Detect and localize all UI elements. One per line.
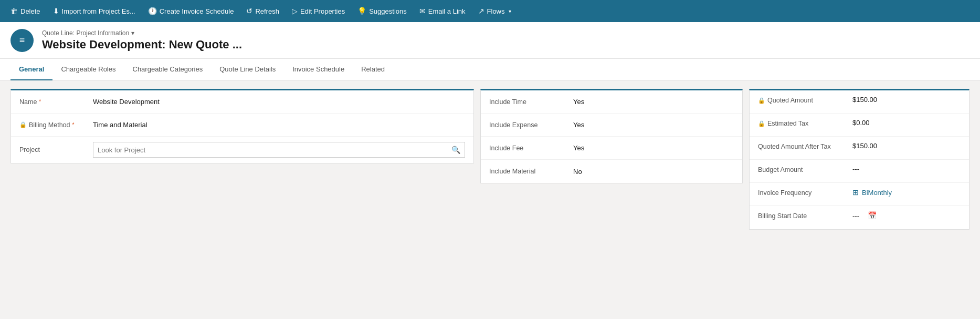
project-label: Project <box>19 146 93 153</box>
include-material-value: No <box>573 168 734 176</box>
tab-chargeable-roles[interactable]: Chargeable Roles <box>52 59 124 80</box>
budget-amount-value: --- <box>852 165 961 173</box>
quoted-amount-label: 🔒 Quoted Amount <box>758 96 852 104</box>
flows-button[interactable]: ↗ Flows ▾ <box>472 0 518 22</box>
include-fee-field: Include Fee Yes <box>481 137 742 160</box>
quoted-amount-after-tax-value: $150.00 <box>852 142 961 150</box>
invoice-frequency-value: ⊞ BiMonthly <box>852 188 961 197</box>
name-label: Name * <box>19 98 93 106</box>
budget-amount-label: Budget Amount <box>758 165 852 173</box>
suggestions-button[interactable]: 💡 Suggestions <box>351 0 413 22</box>
project-search-button[interactable]: 🔍 <box>447 142 465 157</box>
billing-start-date-label: Billing Start Date <box>758 211 852 220</box>
invoice-frequency-link[interactable]: BiMonthly <box>862 189 892 197</box>
chevron-down-icon: ▾ <box>509 8 511 14</box>
invoice-frequency-field: Invoice Frequency ⊞ BiMonthly <box>750 183 969 206</box>
include-time-label: Include Time <box>489 98 573 106</box>
quoted-amount-value: $150.00 <box>852 96 961 104</box>
header-text: Quote Line: Project Information ▾ Websit… <box>42 29 242 52</box>
include-expense-value: Yes <box>573 121 734 129</box>
tab-related[interactable]: Related <box>353 59 393 80</box>
panels-row: Name * Website Development 🔒 Billing Met… <box>10 89 970 230</box>
include-fee-value: Yes <box>573 144 734 152</box>
right-panel: 🔒 Quoted Amount $150.00 🔒 Estimated Tax … <box>749 89 970 230</box>
tab-chargeable-categories[interactable]: Chargeable Categories <box>124 59 212 80</box>
edit-properties-button[interactable]: ▷ Edit Properties <box>286 0 351 22</box>
include-time-field: Include Time Yes <box>481 90 742 114</box>
delete-button[interactable]: 🗑 Delete <box>4 0 47 22</box>
left-panel: Name * Website Development 🔒 Billing Met… <box>10 89 474 163</box>
calendar-icon[interactable]: 📅 <box>868 211 877 220</box>
estimated-tax-value: $0.00 <box>852 119 961 127</box>
estimated-tax-lock-icon: 🔒 <box>758 120 765 127</box>
flows-icon: ↗ <box>478 7 484 15</box>
billing-required-star: * <box>72 122 75 128</box>
name-field: Name * Website Development <box>11 90 473 114</box>
tab-invoice-schedule[interactable]: Invoice Schedule <box>284 59 353 80</box>
main-content: Name * Website Development 🔒 Billing Met… <box>0 80 980 319</box>
quoted-amount-after-tax-label: Quoted Amount After Tax <box>758 142 852 150</box>
quoted-amount-lock-icon: 🔒 <box>758 97 765 104</box>
include-expense-label: Include Expense <box>489 121 573 129</box>
invoice-frequency-label: Invoice Frequency <box>758 188 852 197</box>
project-field: Project 🔍 <box>11 137 473 163</box>
edit-icon: ▷ <box>292 7 298 15</box>
refresh-icon: ↺ <box>246 7 252 15</box>
billing-start-date-field: Billing Start Date --- 📅 <box>750 206 969 229</box>
project-search-input[interactable] <box>93 143 447 157</box>
include-material-field: Include Material No <box>481 160 742 183</box>
mid-panel: Include Time Yes Include Expense Yes Inc… <box>480 89 743 183</box>
billing-lock-icon: 🔒 <box>19 121 27 128</box>
include-time-value: Yes <box>573 98 734 106</box>
estimated-tax-field: 🔒 Estimated Tax $0.00 <box>750 114 969 137</box>
delete-icon: 🗑 <box>10 7 18 15</box>
email-icon: ✉ <box>419 7 426 15</box>
refresh-button[interactable]: ↺ Refresh <box>240 0 286 22</box>
search-icon: 🔍 <box>451 146 460 154</box>
estimated-tax-label: 🔒 Estimated Tax <box>758 119 852 127</box>
avatar: ≡ <box>10 29 34 52</box>
email-link-button[interactable]: ✉ Email a Link <box>413 0 472 22</box>
page-title: Website Development: New Quote ... <box>42 38 242 52</box>
breadcrumb-chevron-icon: ▾ <box>131 29 134 37</box>
project-search-container: 🔍 <box>93 142 465 158</box>
billing-start-date-value: --- 📅 <box>852 211 961 220</box>
budget-amount-field: Budget Amount --- <box>750 160 969 183</box>
include-expense-field: Include Expense Yes <box>481 114 742 137</box>
include-fee-label: Include Fee <box>489 145 573 152</box>
import-icon: ⬇ <box>53 7 59 15</box>
include-material-label: Include Material <box>489 168 573 175</box>
billing-method-field: 🔒 Billing Method * Time and Material <box>11 114 473 137</box>
quoted-amount-after-tax-field: Quoted Amount After Tax $150.00 <box>750 137 969 160</box>
quoted-amount-field: 🔒 Quoted Amount $150.00 <box>750 90 969 114</box>
toolbar: 🗑 Delete ⬇ Import from Project Es... 🕐 C… <box>0 0 980 22</box>
tab-general[interactable]: General <box>10 59 52 80</box>
import-button[interactable]: ⬇ Import from Project Es... <box>47 0 142 22</box>
clock-icon: 🕐 <box>148 7 157 15</box>
name-value: Website Development <box>93 98 465 106</box>
invoice-frequency-grid-icon: ⊞ <box>852 188 859 197</box>
billing-start-date-text: --- <box>852 212 859 220</box>
breadcrumb[interactable]: Quote Line: Project Information ▾ <box>42 29 242 37</box>
avatar-icon: ≡ <box>19 35 25 46</box>
bulb-icon: 💡 <box>357 7 366 15</box>
create-invoice-button[interactable]: 🕐 Create Invoice Schedule <box>142 0 240 22</box>
billing-method-value: Time and Material <box>93 121 465 129</box>
header: ≡ Quote Line: Project Information ▾ Webs… <box>0 22 980 59</box>
name-required-star: * <box>39 99 41 105</box>
billing-method-label: 🔒 Billing Method * <box>19 121 93 129</box>
tab-navigation: General Chargeable Roles Chargeable Cate… <box>0 59 980 80</box>
tab-quote-line-details[interactable]: Quote Line Details <box>211 59 284 80</box>
